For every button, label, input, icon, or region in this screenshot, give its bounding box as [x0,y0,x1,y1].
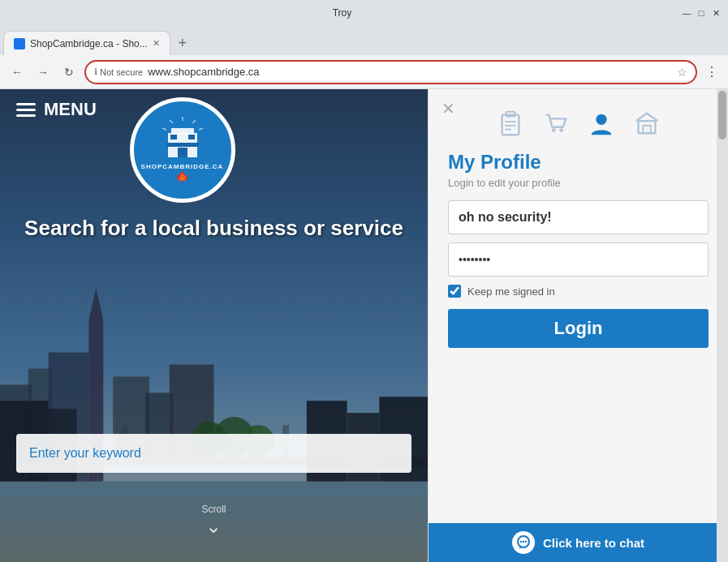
svg-rect-32 [178,148,187,157]
clipboard-icon[interactable] [496,109,525,138]
reload-button[interactable]: ↻ [58,62,80,83]
scroll-chevron-icon: ⌄ [201,515,226,538]
minimize-button[interactable]: — [681,7,692,19]
hero-title: Search for a local business or service [16,215,411,242]
bookmark-button[interactable]: ☆ [677,66,687,79]
close-button[interactable]: ✕ [710,7,722,19]
url-text: www.shopcambridge.ca [148,66,672,78]
svg-line-28 [162,128,166,130]
panel-title: My Profile [448,151,709,174]
site-logo[interactable]: SHOPCAMBRIDGE.CA 🍁 [130,97,235,203]
svg-rect-31 [166,143,199,147]
svg-point-41 [559,128,563,132]
forward-button[interactable]: → [32,62,54,83]
browser-menu-button[interactable]: ⋮ [702,64,722,79]
hamburger-icon [16,103,36,117]
title-bar: Troy — □ ✕ [0,0,728,26]
keep-signed-in-checkbox[interactable] [448,285,461,298]
active-tab[interactable]: ShopCambridge.ca - Sho... ✕ [3,31,170,55]
chat-text: Click here to chat [543,536,644,550]
search-box[interactable]: Enter your keyword [16,434,411,473]
panel-close-button[interactable]: ✕ [442,99,455,118]
svg-point-47 [523,541,524,543]
svg-line-27 [199,128,203,130]
scrollbar[interactable] [717,89,728,562]
address-bar-row: ← → ↻ ℹ Not secure www.shopcambridge.ca … [0,55,728,89]
content-area: MENU [0,89,728,562]
svg-line-25 [192,120,196,123]
svg-line-26 [170,120,173,123]
svg-point-46 [520,541,522,543]
panel-icons-row [429,96,728,144]
username-input[interactable] [448,200,709,234]
tab-favicon [14,38,25,49]
tab-close-button[interactable]: ✕ [153,38,160,49]
svg-point-42 [596,114,606,125]
login-panel: ✕ [428,89,728,562]
browser-window: Troy — □ ✕ ShopCambridge.ca - Sho... ✕ +… [0,0,728,562]
new-tab-button[interactable]: + [170,31,195,55]
maximize-button[interactable]: □ [696,7,707,19]
svg-point-48 [525,541,527,543]
svg-rect-30 [171,128,194,135]
chat-icon [512,531,535,554]
tab-drag-area [195,31,243,55]
svg-point-40 [551,128,555,132]
website-background: MENU [0,89,428,562]
not-secure-label: Not secure [100,67,143,77]
svg-rect-43 [638,121,655,133]
panel-body: My Profile Login to edit your profile Ke… [429,144,728,361]
tab-bar: ShopCambridge.ca - Sho... ✕ + [0,26,728,55]
svg-rect-44 [643,126,650,133]
menu-label: MENU [44,99,97,120]
title-bar-user: Troy [333,7,352,19]
logo-building-icon [158,117,207,161]
hamburger-menu[interactable]: MENU [16,99,97,120]
tab-title: ShopCambridge.ca - Sho... [30,38,148,49]
lock-icon: ℹ [94,66,97,77]
logo-text: SHOPCAMBRIDGE.CA [141,163,224,170]
address-box[interactable]: ℹ Not secure www.shopcambridge.ca ☆ [84,60,697,84]
password-input[interactable] [448,242,709,277]
store-icon[interactable] [632,109,661,138]
user-icon[interactable] [587,109,616,138]
panel-subtitle: Login to edit your profile [448,177,709,189]
cart-icon[interactable] [541,109,571,138]
svg-rect-34 [188,135,195,139]
keep-signed-in-row: Keep me signed in [448,285,709,298]
hero-text: Search for a local business or service [0,215,428,242]
scroll-label: Scroll [201,504,226,515]
website-content: MENU [0,89,428,562]
login-button[interactable]: Login [448,309,709,348]
svg-rect-33 [170,135,177,139]
scrollbar-thumb[interactable] [718,91,726,139]
chat-bubble[interactable]: Click here to chat [429,523,728,562]
keep-signed-in-label: Keep me signed in [467,285,555,298]
scroll-indicator: Scroll ⌄ [201,504,226,538]
back-button[interactable]: ← [6,62,28,83]
logo-maple: 🍁 [175,170,189,183]
not-secure-badge: ℹ Not secure [94,66,143,77]
search-placeholder: Enter your keyword [29,446,141,461]
search-bar-area: Enter your keyword [16,434,411,473]
